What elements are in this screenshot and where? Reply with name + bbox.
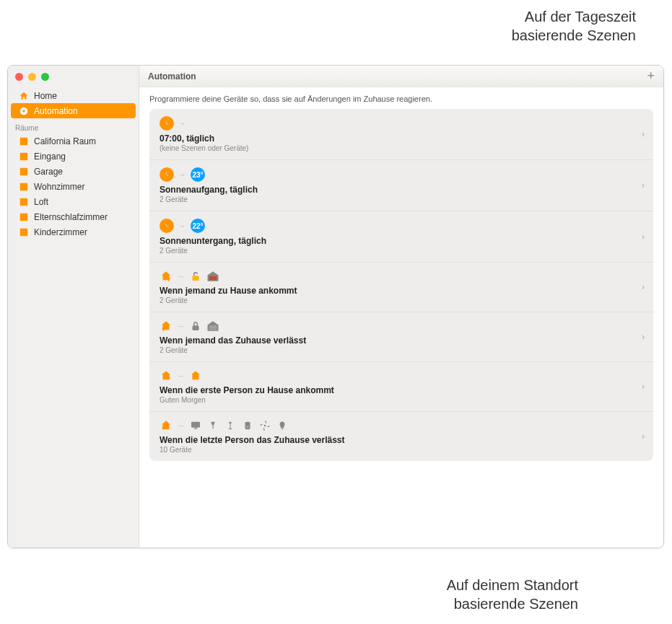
fan-icon xyxy=(258,419,271,432)
automation-row[interactable]: → Wenn jemand zu Hause ankommt 2 Geräte … xyxy=(149,263,653,312)
automation-name: Wenn die letzte Person das Zuhause verlä… xyxy=(160,435,643,445)
automation-name: Sonnenaufgang, täglich xyxy=(160,185,643,195)
sidebar-item-home[interactable]: Home xyxy=(11,88,136,103)
chevron-right-icon: › xyxy=(642,282,645,292)
bulb-icon xyxy=(276,419,289,432)
sidebar-section-rooms: Räume xyxy=(8,118,139,133)
arrow-icon: → xyxy=(178,221,186,230)
clock-icon xyxy=(160,167,174,182)
fullscreen-button[interactable] xyxy=(41,73,49,81)
svg-rect-6 xyxy=(19,198,27,206)
arrow-icon: → xyxy=(178,119,186,128)
chevron-right-icon: › xyxy=(642,382,645,392)
svg-rect-14 xyxy=(209,276,217,280)
add-button[interactable]: + xyxy=(647,69,655,84)
svg-rect-4 xyxy=(19,167,27,175)
sidebar-room-wohnzimmer[interactable]: Wohnzimmer xyxy=(11,179,136,194)
svg-point-1 xyxy=(22,110,25,113)
automation-sub: 2 Geräte xyxy=(160,296,643,304)
sidebar-room-label: Eingang xyxy=(34,151,66,162)
callout-time-based: Auf der Tageszeit basierende Szenen xyxy=(512,7,636,45)
automation-icons: → xyxy=(160,320,643,333)
svg-rect-16 xyxy=(193,325,199,330)
sidebar-room-garage[interactable]: Garage xyxy=(11,164,136,179)
sidebar-room-label: Wohnzimmer xyxy=(34,182,84,192)
person-leaves-icon xyxy=(160,419,173,432)
garage-closed-icon xyxy=(206,320,219,333)
chevron-right-icon: › xyxy=(642,232,645,242)
automation-row[interactable]: → 07:00, täglich (keine Szenen oder Gerä… xyxy=(149,109,653,160)
svg-rect-8 xyxy=(19,228,27,236)
automation-icons: → xyxy=(160,116,643,131)
sidebar-room-label: Elternschlafzimmer xyxy=(34,212,108,222)
svg-rect-25 xyxy=(230,424,231,429)
temperature-badge: 22° xyxy=(191,219,205,233)
svg-rect-19 xyxy=(209,329,217,330)
room-icon xyxy=(18,196,29,207)
automation-sub: (keine Szenen oder Geräte) xyxy=(160,144,643,152)
close-button[interactable] xyxy=(15,73,23,81)
sidebar-room-kinderzimmer[interactable]: Kinderzimmer xyxy=(11,224,136,240)
automation-icons: → xyxy=(160,270,643,283)
chevron-right-icon: › xyxy=(642,332,645,342)
automation-row[interactable]: → Wenn die erste Person zu Hause ankommt… xyxy=(149,362,653,412)
svg-rect-5 xyxy=(19,183,27,190)
svg-point-21 xyxy=(162,426,165,429)
automation-icons: → xyxy=(160,419,643,432)
sidebar: Home Automation Räume California Raum Ei… xyxy=(8,66,139,548)
room-icon xyxy=(18,227,29,237)
unlock-icon xyxy=(189,270,202,283)
sidebar-room-label: California Raum xyxy=(34,136,96,146)
person-leaves-icon xyxy=(160,320,173,333)
arrow-icon: → xyxy=(177,421,185,430)
svg-rect-7 xyxy=(19,213,27,221)
lock-icon xyxy=(189,320,202,333)
svg-point-28 xyxy=(246,426,249,429)
svg-rect-24 xyxy=(212,425,213,429)
svg-rect-26 xyxy=(229,429,232,429)
arrow-icon: → xyxy=(177,372,185,380)
automation-row[interactable]: → Wenn jemand das Zuhause verlässt 2 Ger… xyxy=(149,312,653,362)
person-arrives-icon xyxy=(160,270,173,283)
automation-row[interactable]: → 23° Sonnenaufgang, täglich 2 Geräte › xyxy=(149,160,653,211)
sidebar-room-eingang[interactable]: Eingang xyxy=(11,149,136,164)
sidebar-room-loft[interactable]: Loft xyxy=(11,194,136,209)
room-icon xyxy=(18,151,29,162)
sidebar-room-elternschlafzimmer[interactable]: Elternschlafzimmer xyxy=(11,209,136,224)
automation-icons: → xyxy=(160,369,643,382)
titlebar: Automation + xyxy=(139,66,663,87)
automation-sub: Guten Morgen xyxy=(160,396,643,404)
clock-icon xyxy=(160,219,174,233)
chevron-right-icon: › xyxy=(642,431,645,441)
sidebar-item-label: Home xyxy=(34,91,57,101)
automation-row[interactable]: → Wenn die letzte Person das Zuhause ver… xyxy=(149,412,653,461)
sidebar-room-label: Garage xyxy=(34,167,63,177)
automation-icons: → 22° xyxy=(160,219,643,233)
svg-point-20 xyxy=(167,377,170,379)
room-icon xyxy=(18,211,29,222)
minimize-button[interactable] xyxy=(28,73,36,81)
garage-open-icon xyxy=(206,270,219,283)
arrow-icon: → xyxy=(178,170,186,179)
svg-rect-17 xyxy=(209,325,217,327)
automation-row[interactable]: → 22° Sonnenuntergang, täglich 2 Geräte … xyxy=(149,211,653,263)
automation-name: Sonnenuntergang, täglich xyxy=(160,236,643,246)
sidebar-item-automation[interactable]: Automation xyxy=(11,103,136,118)
svg-rect-22 xyxy=(191,422,200,428)
clock-icon xyxy=(160,116,174,131)
sidebar-room-california[interactable]: California Raum xyxy=(11,133,136,149)
arrow-icon: → xyxy=(177,272,185,281)
scene-icon xyxy=(189,369,202,382)
subtitle: Programmiere deine Geräte so, dass sie a… xyxy=(149,95,653,103)
automation-name: 07:00, täglich xyxy=(160,133,643,144)
svg-point-15 xyxy=(162,327,165,330)
automation-sub: 2 Geräte xyxy=(160,247,643,255)
home-icon xyxy=(18,90,29,101)
svg-rect-23 xyxy=(194,428,197,429)
svg-rect-13 xyxy=(193,276,199,281)
svg-point-12 xyxy=(167,277,170,280)
tv-icon xyxy=(189,419,202,432)
room-icon xyxy=(18,166,29,177)
temperature-badge: 23° xyxy=(191,167,205,182)
room-icon xyxy=(18,181,29,192)
